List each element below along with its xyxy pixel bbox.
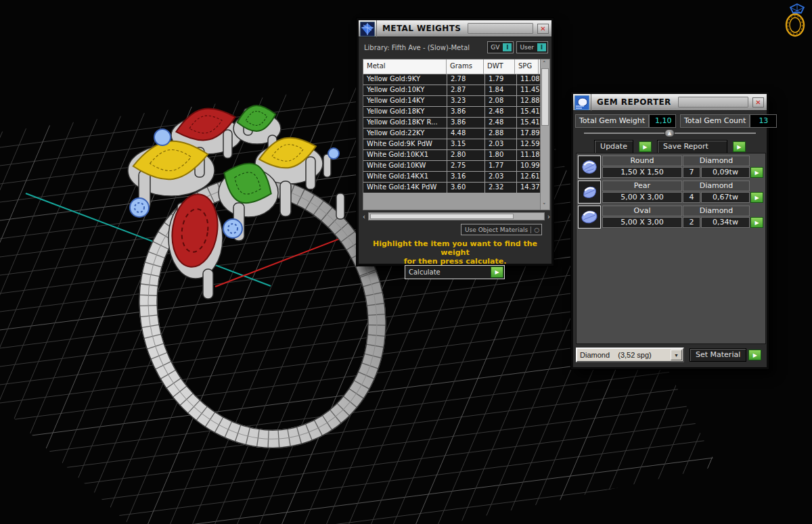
gem-list: RoundDiamond1,50 X 1,5070,09tw▶PearDiamo… (576, 153, 766, 344)
run-icon[interactable]: ▶ (639, 141, 652, 152)
user-toggle-led: I (537, 43, 546, 51)
metal-weights-window: METAL WEIGHTS ✕ Library: Fifth Ave - (Sl… (357, 18, 554, 266)
scrollbar-thumb[interactable] (370, 214, 514, 219)
gem-type: Diamond (683, 206, 750, 216)
scroll-up-icon[interactable]: ˄ (543, 60, 546, 67)
scroll-left-icon[interactable]: ‹ (363, 213, 365, 220)
gem-entry[interactable]: RoundDiamond1,50 X 1,5070,09tw▶ (578, 156, 764, 178)
metal-weights-title: METAL WEIGHTS (377, 20, 466, 37)
chevron-up-icon[interactable]: ▲ (664, 129, 675, 137)
scroll-right-icon[interactable]: › (547, 213, 550, 220)
metal-table-row[interactable]: White Gold:14KX13.162.0312.61 (363, 172, 549, 182)
metal-table-row[interactable]: Yellow Gold:18KY R...3.862.4815.41 (363, 118, 549, 128)
horizontal-scrollbar[interactable]: ‹ › (363, 212, 550, 221)
gem-size: 1,50 X 1,50 (602, 167, 682, 178)
gem-type: Diamond (683, 156, 750, 166)
gem-thumbnail (578, 181, 601, 204)
scroll-down-icon[interactable]: ˅ (543, 202, 546, 209)
gem-count: 2 (683, 217, 700, 228)
metal-table-header: Metal Grams DWT SPG (363, 59, 549, 74)
chevron-down-icon[interactable]: ▼ (671, 350, 682, 360)
gem-thumbnail (578, 206, 601, 229)
save-report-button[interactable]: Save Report (657, 140, 727, 153)
run-icon[interactable]: ▶ (491, 266, 503, 278)
scrollbar-thumb[interactable] (541, 68, 549, 126)
gem-reporter-icon (573, 94, 591, 111)
metal-table-row[interactable]: Yellow Gold:10KY2.871.8411.45 (363, 85, 549, 95)
close-icon[interactable]: ✕ (537, 24, 549, 34)
set-material-button[interactable]: Set Material (690, 348, 746, 362)
hint-text: Highlight the item you want to find the … (359, 239, 551, 266)
gem-weight: 0,34tw (701, 217, 750, 228)
run-icon[interactable]: ▶ (750, 217, 763, 228)
vertical-scrollbar[interactable]: ˄ ˅ (540, 59, 549, 210)
run-icon[interactable]: ▶ (750, 192, 763, 203)
radio-icon: ○ (531, 227, 539, 233)
gem-thumbnail (578, 156, 601, 178)
gem-count: 7 (683, 167, 700, 178)
update-button[interactable]: Update (594, 140, 633, 153)
metal-table-row[interactable]: Yellow Gold:22KY4.482.8817.89 (363, 128, 549, 139)
metal-table: Metal Grams DWT SPG Yellow Gold:9KY2.781… (363, 59, 550, 210)
gem-weight: 0,67tw (701, 192, 750, 203)
gv-toggle-led: I (503, 43, 512, 51)
metal-table-row[interactable]: Yellow Gold:18KY3.862.4815.41 (363, 107, 549, 117)
metal-table-row[interactable]: White Gold:10KX12.801.8011.18 (363, 150, 549, 160)
gem-type: Diamond (683, 181, 750, 191)
gem-entry[interactable]: OvalDiamond5,00 X 3,0020,34tw▶ (578, 206, 764, 229)
gem-size: 5,00 X 3,00 (602, 217, 682, 228)
metal-table-row[interactable]: Yellow Gold:9KY2.781.7911.08 (363, 74, 549, 85)
total-gem-weight-label: Total Gem Weight (575, 114, 649, 128)
gem-shape: Oval (602, 206, 682, 216)
gem-count: 4 (683, 192, 700, 203)
gem-reporter-titlebar[interactable]: GEM REPORTER ✕ (573, 94, 767, 111)
application-window: METAL WEIGHTS ✕ Library: Fifth Ave - (Sl… (0, 0, 812, 524)
gem-reporter-window: GEM REPORTER ✕ Total Gem Weight 1,10 Tot… (571, 92, 769, 369)
metal-table-row[interactable]: Yellow Gold:14KY3.232.0812.88 (363, 96, 549, 106)
metal-table-row[interactable]: White Gold:9K PdW3.152.0312.59 (363, 139, 549, 149)
gem-size: 5,00 X 3,00 (602, 192, 682, 203)
app-logo-ring-icon (782, 3, 809, 38)
gv-toggle[interactable]: GV I (487, 41, 514, 53)
run-icon[interactable]: ▶ (750, 167, 763, 178)
material-dropdown[interactable]: Diamond (3,52 spg) ▼ (576, 348, 684, 362)
collapse-handle[interactable]: ▲ (584, 129, 756, 137)
gem-reporter-title: GEM REPORTER (591, 94, 677, 110)
total-gem-count-value: 13 (750, 114, 777, 128)
gem-shape: Pear (602, 181, 682, 191)
user-toggle[interactable]: User I (516, 41, 548, 53)
total-gem-weight-value: 1,10 (649, 114, 676, 128)
run-icon[interactable]: ▶ (733, 141, 746, 152)
metal-weights-icon (359, 20, 377, 37)
metal-weights-titlebar[interactable]: METAL WEIGHTS ✕ (359, 20, 551, 37)
library-label: Library: Fifth Ave - (Slow)-Metal (364, 44, 484, 51)
calculate-button[interactable]: Calculate ▶ (405, 265, 505, 279)
gem-shape: Round (602, 156, 682, 166)
gem-entry[interactable]: PearDiamond5,00 X 3,0040,67tw▶ (578, 181, 764, 204)
run-icon[interactable]: ▶ (748, 350, 761, 360)
metal-table-row[interactable]: White Gold:14K PdW3.602.3214.37 (363, 183, 549, 193)
gem-weight: 0,09tw (701, 167, 750, 178)
use-object-materials-control[interactable]: Use Object Materials ○ (461, 224, 542, 235)
total-gem-count-label: Total Gem Count (680, 114, 750, 128)
close-icon[interactable]: ✕ (752, 97, 764, 108)
metal-table-row[interactable]: White Gold:10KW2.751.7710.99 (363, 161, 549, 171)
